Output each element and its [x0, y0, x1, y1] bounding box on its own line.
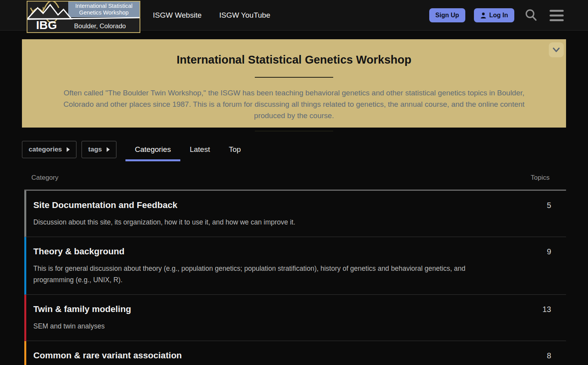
user-icon	[480, 12, 486, 18]
banner-title: International Statistical Genetics Works…	[49, 53, 539, 66]
nav-link-isgw-website[interactable]: ISGW Website	[153, 11, 201, 20]
topics-count: 13	[543, 304, 551, 332]
svg-text:Boulder, Colorado: Boulder, Colorado	[74, 22, 126, 29]
chevron-down-icon	[552, 46, 561, 54]
caret-right-icon	[67, 147, 70, 152]
category-cell: Site Documentation and Feedback Discussi…	[33, 200, 547, 228]
category-description: Discussion about this site, its organiza…	[33, 217, 488, 228]
search-icon	[524, 9, 538, 22]
banner-divider-bottom	[255, 131, 333, 131]
categories-dropdown-label: categories	[29, 146, 62, 153]
sign-up-button[interactable]: Sign Up	[429, 8, 465, 22]
category-description: This is for general discussion about the…	[33, 263, 488, 286]
category-table: Category Topics Site Documentation and F…	[22, 171, 566, 365]
table-header: Category Topics	[22, 171, 566, 190]
column-topics: Topics	[531, 174, 550, 182]
category-title[interactable]: Theory & background	[33, 246, 547, 257]
category-cell: Twin & family modeling SEM and twin anal…	[33, 304, 543, 332]
banner-divider-top	[255, 77, 333, 78]
category-row-common-rare-variant[interactable]: Common & rare variant association Associ…	[24, 341, 566, 365]
tab-categories[interactable]: Categories	[125, 141, 180, 161]
svg-text:Genetics Workshop: Genetics Workshop	[79, 9, 129, 16]
tags-dropdown[interactable]: tags	[82, 141, 116, 158]
topics-count: 5	[547, 200, 551, 228]
topics-count: 9	[547, 246, 551, 286]
tags-dropdown-label: tags	[88, 146, 102, 153]
log-in-label: Log In	[489, 12, 508, 19]
category-cell: Theory & background This is for general …	[33, 246, 547, 286]
banner-collapse-button[interactable]	[549, 42, 564, 57]
site-logo[interactable]: IBG International Statistical Genetics W…	[27, 1, 140, 33]
site-header: IBG International Statistical Genetics W…	[0, 0, 588, 31]
category-title[interactable]: Twin & family modeling	[33, 304, 543, 314]
header-nav: ISGW Website ISGW YouTube	[153, 0, 270, 31]
hamburger-icon	[550, 10, 564, 21]
topics-count: 8	[547, 350, 551, 365]
categories-dropdown[interactable]: categories	[22, 141, 76, 158]
category-title[interactable]: Site Documentation and Feedback	[33, 200, 547, 210]
caret-right-icon	[107, 147, 110, 152]
svg-text:International Statistical: International Statistical	[75, 3, 132, 9]
sign-up-label: Sign Up	[436, 12, 459, 19]
category-description: SEM and twin analyses	[33, 321, 488, 332]
search-button[interactable]	[523, 7, 539, 24]
category-cell: Common & rare variant association Associ…	[33, 350, 547, 365]
banner-description: Often called "The Boulder Twin Workshop,…	[49, 87, 539, 121]
nav-tabs: Categories Latest Top	[125, 141, 250, 161]
tab-latest[interactable]: Latest	[180, 141, 220, 161]
nav-link-isgw-youtube[interactable]: ISGW YouTube	[219, 11, 270, 20]
log-in-button[interactable]: Log In	[474, 8, 514, 22]
column-category: Category	[31, 174, 58, 182]
tab-top[interactable]: Top	[220, 141, 250, 161]
welcome-banner: International Statistical Genetics Works…	[22, 39, 566, 128]
category-title[interactable]: Common & rare variant association	[33, 350, 547, 361]
ibg-logo-graphic: IBG International Statistical Genetics W…	[27, 2, 140, 32]
menu-button[interactable]	[548, 8, 565, 23]
category-row-site-documentation[interactable]: Site Documentation and Feedback Discussi…	[24, 191, 566, 237]
category-list: Site Documentation and Feedback Discussi…	[24, 190, 566, 365]
category-row-twin-family-modeling[interactable]: Twin & family modeling SEM and twin anal…	[24, 295, 566, 341]
svg-text:IBG: IBG	[36, 18, 57, 31]
category-row-theory-background[interactable]: Theory & background This is for general …	[24, 237, 566, 295]
filter-bar: categories tags Categories Latest Top	[22, 141, 566, 161]
header-actions: Sign Up Log In	[429, 0, 565, 31]
